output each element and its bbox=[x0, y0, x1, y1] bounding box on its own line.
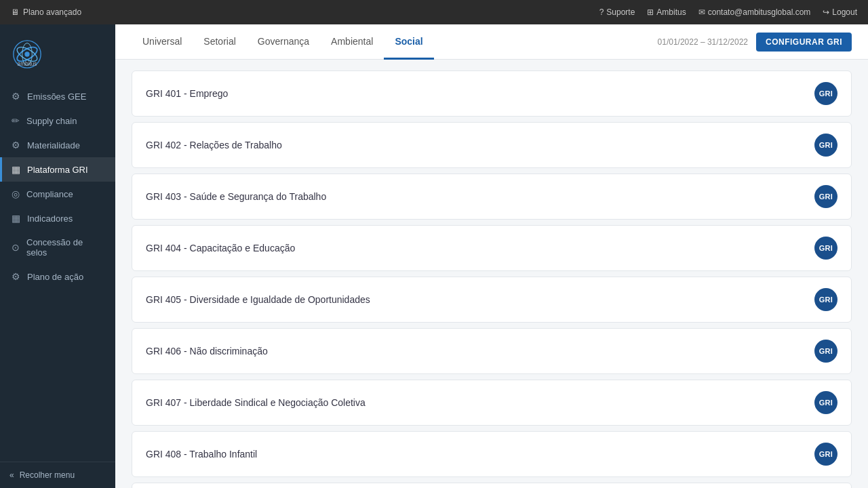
main-layout: ambitus ⚙ Emissões GEE ✏ Supply chain ⚙ … bbox=[0, 24, 868, 488]
sidebar-bottom: « Recolher menu bbox=[0, 462, 115, 488]
tab-universal[interactable]: Universal bbox=[132, 25, 193, 60]
gri-item[interactable]: GRI 405 - Diversidade e Igualdade de Opo… bbox=[132, 277, 852, 323]
tab-setorial[interactable]: Setorial bbox=[193, 25, 246, 60]
indicadores-icon: ▦ bbox=[12, 213, 20, 224]
nav-tabs: Universal Setorial Governança Ambiental … bbox=[132, 24, 434, 59]
emissoes-icon: ⚙ bbox=[12, 91, 20, 102]
gri-item-label: GRI 404 - Capacitação e Educação bbox=[146, 243, 295, 253]
gri-item[interactable]: GRI 402 - Relações de TrabalhoGRI bbox=[132, 122, 852, 168]
gri-item-label: GRI 406 - Não discriminação bbox=[146, 346, 268, 357]
email-link[interactable]: ✉ contato@ambitusglobal.com bbox=[698, 7, 811, 17]
gri-list: GRI 401 - EmpregoGRIGRI 402 - Relações d… bbox=[115, 60, 868, 488]
plano-acao-icon: ⚙ bbox=[12, 271, 20, 282]
gri-badge: GRI bbox=[814, 340, 837, 363]
gri-badge: GRI bbox=[814, 134, 837, 157]
sidebar-item-label: Indicadores bbox=[27, 214, 73, 224]
gri-badge: GRI bbox=[814, 443, 837, 466]
sidebar-item-label: Emissões GEE bbox=[27, 92, 86, 102]
gri-item-label: GRI 403 - Saúde e Segurança do Trabalho bbox=[146, 191, 326, 202]
logout-icon: ↪ bbox=[823, 7, 829, 17]
gri-item[interactable]: GRI 403 - Saúde e Segurança do TrabalhoG… bbox=[132, 174, 852, 220]
sidebar-item-supply-chain[interactable]: ✏ Supply chain bbox=[0, 108, 115, 133]
svg-point-4 bbox=[24, 52, 29, 56]
tab-social[interactable]: Social bbox=[384, 25, 433, 60]
nav-tabs-bar: Universal Setorial Governança Ambiental … bbox=[115, 24, 868, 60]
topbar: 🖥 Plano avançado ? Suporte ⊞ Ambitus ✉ c… bbox=[0, 0, 868, 24]
ambitus-link[interactable]: ⊞ Ambitus bbox=[647, 7, 686, 17]
content-area: Universal Setorial Governança Ambiental … bbox=[115, 24, 868, 488]
sidebar-item-plataforma-gri[interactable]: ▦ Plataforma GRI bbox=[0, 157, 115, 182]
nav-tabs-right: 01/01/2022 – 31/12/2022 CONFIGURAR GRI bbox=[658, 33, 852, 52]
gri-item[interactable]: GRI 401 - EmpregoGRI bbox=[132, 70, 852, 117]
gri-item[interactable]: GRI 407 - Liberdade Sindical e Negociaçã… bbox=[132, 380, 852, 426]
sidebar-item-label: Concessão de selos bbox=[26, 237, 106, 258]
logout-link[interactable]: ↪ Logout bbox=[823, 7, 857, 17]
collapse-menu-button[interactable]: « Recolher menu bbox=[9, 470, 106, 480]
sidebar-item-label: Plano de ação bbox=[27, 272, 83, 282]
plan-icon: 🖥 bbox=[11, 7, 19, 17]
ambitus-icon: ⊞ bbox=[647, 7, 654, 17]
topbar-right: ? Suporte ⊞ Ambitus ✉ contato@ambitusglo… bbox=[599, 7, 857, 17]
gri-item-label: GRI 407 - Liberdade Sindical e Negociaçã… bbox=[146, 397, 366, 408]
sidebar: ambitus ⚙ Emissões GEE ✏ Supply chain ⚙ … bbox=[0, 24, 115, 488]
gri-item[interactable]: GRI 406 - Não discriminaçãoGRI bbox=[132, 328, 852, 374]
compliance-icon: ◎ bbox=[12, 188, 20, 199]
gri-badge: GRI bbox=[814, 288, 837, 311]
gri-item-label: GRI 402 - Relações de Trabalho bbox=[146, 140, 282, 150]
sidebar-item-materialidade[interactable]: ⚙ Materialidade bbox=[0, 133, 115, 157]
email-icon: ✉ bbox=[698, 7, 705, 17]
sidebar-item-emissoes-gee[interactable]: ⚙ Emissões GEE bbox=[0, 84, 115, 108]
plataforma-gri-icon: ▦ bbox=[12, 164, 20, 175]
gri-badge: GRI bbox=[814, 391, 837, 414]
sidebar-item-indicadores[interactable]: ▦ Indicadores bbox=[0, 206, 115, 230]
sidebar-item-plano-acao[interactable]: ⚙ Plano de ação bbox=[0, 264, 115, 289]
tab-governanca[interactable]: Governança bbox=[247, 25, 320, 60]
gri-item-label: GRI 408 - Trabalho Infantil bbox=[146, 449, 257, 460]
tab-ambiental[interactable]: Ambiental bbox=[320, 25, 384, 60]
sidebar-item-label: Compliance bbox=[26, 189, 73, 199]
logo: ambitus bbox=[11, 38, 43, 70]
support-icon: ? bbox=[599, 7, 604, 17]
topbar-left: 🖥 Plano avançado bbox=[11, 7, 81, 17]
date-range: 01/01/2022 – 31/12/2022 bbox=[658, 37, 748, 47]
sidebar-item-compliance[interactable]: ◎ Compliance bbox=[0, 182, 115, 206]
gri-item-label: GRI 401 - Emprego bbox=[146, 88, 228, 99]
configurar-gri-button[interactable]: CONFIGURAR GRI bbox=[756, 33, 852, 52]
gri-item[interactable]: GRI 404 - Capacitação e EducaçãoGRI bbox=[132, 225, 852, 271]
support-link[interactable]: ? Suporte bbox=[599, 7, 635, 17]
sidebar-logo: ambitus bbox=[0, 30, 115, 84]
gri-badge: GRI bbox=[814, 82, 837, 105]
gri-item-label: GRI 405 - Diversidade e Igualdade de Opo… bbox=[146, 294, 370, 305]
sidebar-item-concessao-selos[interactable]: ⊙ Concessão de selos bbox=[0, 230, 115, 264]
svg-text:ambitus: ambitus bbox=[18, 61, 37, 67]
sidebar-item-label: Materialidade bbox=[27, 140, 80, 150]
materialidade-icon: ⚙ bbox=[12, 140, 20, 150]
chevron-left-icon: « bbox=[9, 470, 14, 480]
gri-item[interactable]: GRI 409 - Trabalho Forçado ou Análogo ao… bbox=[132, 483, 852, 488]
plan-label: Plano avançado bbox=[23, 7, 81, 17]
supply-chain-icon: ✏ bbox=[12, 115, 20, 126]
sidebar-item-label: Plataforma GRI bbox=[27, 165, 88, 175]
concessao-icon: ⊙ bbox=[12, 242, 20, 253]
gri-item[interactable]: GRI 408 - Trabalho InfantilGRI bbox=[132, 431, 852, 477]
gri-badge: GRI bbox=[814, 185, 837, 208]
sidebar-item-label: Supply chain bbox=[26, 116, 77, 126]
gri-badge: GRI bbox=[814, 237, 837, 260]
